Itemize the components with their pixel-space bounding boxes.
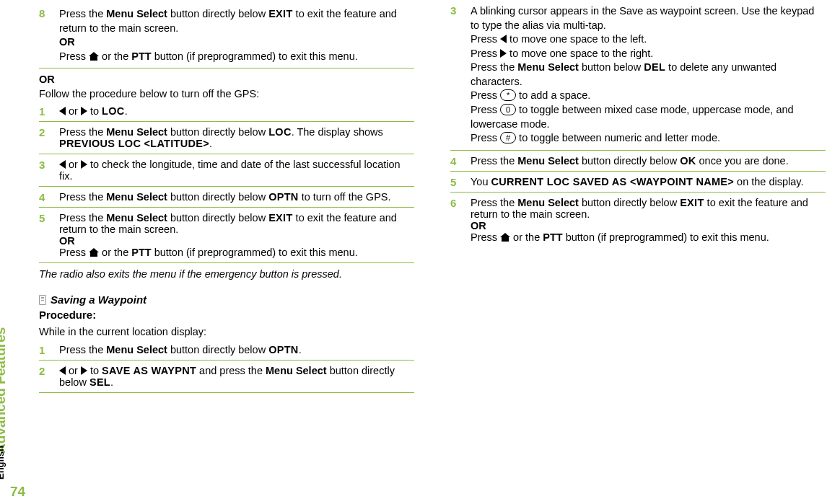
step-8: 8 Press the Menu Select button directly … bbox=[39, 7, 414, 68]
softkey-label: EXIT bbox=[268, 212, 292, 224]
text: once you are done. bbox=[696, 155, 789, 167]
left-arrow-icon bbox=[59, 160, 66, 169]
text: Press the bbox=[59, 344, 106, 355]
step-number: 5 bbox=[39, 212, 45, 224]
text: Follow the procedure below to turn off t… bbox=[39, 88, 259, 100]
or-label: OR bbox=[39, 74, 55, 85]
text: PTT bbox=[131, 247, 151, 258]
subheading: Saving a Waypoint bbox=[39, 293, 414, 306]
softkey-label: SEL bbox=[89, 376, 110, 388]
step-number: 4 bbox=[450, 155, 456, 167]
text: Press bbox=[471, 132, 500, 143]
text: Press bbox=[471, 33, 500, 45]
text: Menu Select bbox=[517, 155, 579, 167]
text: Press bbox=[471, 48, 500, 59]
keycap-star: * bbox=[500, 89, 516, 101]
text: Press the bbox=[471, 61, 517, 73]
text: Press the bbox=[59, 8, 106, 19]
or-label: OR bbox=[59, 36, 75, 48]
text: to move one space to the right. bbox=[507, 48, 653, 59]
softkey-label: OPTN bbox=[268, 344, 298, 355]
softkey-label: LOC bbox=[268, 126, 292, 138]
text: button (if preprogrammed) to exit this m… bbox=[152, 50, 358, 62]
text: Press bbox=[59, 247, 89, 258]
step-number: 8 bbox=[39, 7, 45, 19]
step-r4: 4 Press the Menu Select button directly … bbox=[450, 155, 826, 172]
text: to toggle between mixed case mode, upper… bbox=[471, 104, 794, 130]
text: Menu Select bbox=[106, 344, 167, 355]
text: or the bbox=[99, 247, 131, 258]
text: Press the bbox=[471, 155, 517, 167]
or-label: OR bbox=[471, 220, 486, 231]
step-r3: 3 A blinking cursor appears in the Save … bbox=[450, 4, 826, 151]
step-r6: 6 Press the Menu Select button directly … bbox=[450, 197, 826, 243]
left-arrow-icon bbox=[500, 35, 507, 43]
text: . bbox=[125, 105, 128, 117]
step-4: 4 Press the Menu Select button directly … bbox=[39, 191, 414, 208]
right-arrow-icon bbox=[500, 49, 507, 58]
text: PTT bbox=[543, 231, 562, 243]
text: Press the bbox=[59, 212, 106, 224]
text: button directly below bbox=[167, 126, 268, 138]
text: PTT bbox=[131, 50, 151, 62]
step-number: 3 bbox=[39, 159, 45, 171]
text: button directly below bbox=[579, 155, 680, 167]
step-number: 2 bbox=[39, 365, 45, 377]
text: to add a space. bbox=[516, 89, 590, 101]
text: or bbox=[66, 105, 81, 117]
sidebar: Advanced Features English 74 bbox=[0, 0, 38, 504]
text: button below bbox=[579, 61, 644, 73]
text: Menu Select bbox=[106, 191, 167, 203]
softkey-label: OK bbox=[680, 155, 696, 167]
text: button directly below bbox=[579, 197, 680, 208]
step-3: 3 or to check the longitude, time and da… bbox=[39, 159, 414, 187]
step-number: 6 bbox=[450, 197, 456, 209]
text: to bbox=[87, 105, 102, 117]
document-icon bbox=[39, 295, 46, 305]
text: button (if preprogrammed) to exit this m… bbox=[152, 247, 358, 258]
display-text: CURRENT LOC SAVED AS <WAYPOINT NAME> bbox=[491, 176, 735, 187]
text: to toggle between numeric and letter mod… bbox=[516, 132, 720, 143]
text: Menu Select bbox=[106, 212, 167, 224]
note-text: The radio also exits the menu if the eme… bbox=[39, 268, 414, 282]
text: and press the bbox=[196, 365, 266, 376]
left-arrow-icon bbox=[59, 366, 66, 375]
step-5: 5 Press the Menu Select button directly … bbox=[39, 212, 414, 263]
softkey-label: EXIT bbox=[680, 197, 704, 208]
softkey-label: LOC bbox=[102, 105, 125, 117]
text: or the bbox=[99, 50, 131, 62]
step-number: 3 bbox=[450, 4, 456, 17]
text: . bbox=[299, 344, 302, 355]
keycap-zero: 0 bbox=[500, 104, 516, 115]
text: Press bbox=[471, 89, 500, 101]
heading-text: Saving a Waypoint bbox=[51, 293, 146, 306]
text: Menu Select bbox=[266, 365, 327, 376]
text: Menu Select bbox=[517, 61, 579, 73]
text: or bbox=[66, 365, 81, 376]
softkey-label: EXIT bbox=[268, 8, 292, 19]
step-number: 5 bbox=[450, 176, 456, 188]
text: to check the longitude, time and date of… bbox=[59, 159, 401, 182]
text: to move one space to the left. bbox=[507, 33, 647, 45]
text: to bbox=[87, 365, 102, 376]
step-number: 1 bbox=[39, 344, 45, 356]
display-text: SAVE AS WAYPNT bbox=[102, 365, 196, 376]
page-number: 74 bbox=[10, 484, 25, 500]
text: Press the bbox=[59, 191, 106, 203]
home-icon bbox=[500, 233, 510, 242]
step-r5: 5 You CURRENT LOC SAVED AS <WAYPOINT NAM… bbox=[450, 176, 826, 193]
text: on the display. bbox=[734, 176, 803, 187]
text: or the bbox=[510, 231, 543, 243]
text: button directly below bbox=[167, 191, 268, 203]
keycap-hash: # bbox=[500, 132, 516, 143]
right-arrow-icon bbox=[81, 107, 87, 115]
step-r1: 1 Press the Menu Select button directly … bbox=[39, 344, 414, 361]
text: Press bbox=[471, 104, 500, 115]
section-label: Advanced Features bbox=[0, 327, 9, 454]
text: Menu Select bbox=[106, 126, 167, 138]
right-arrow-icon bbox=[81, 160, 87, 169]
or-block: OR Follow the procedure below to turn of… bbox=[39, 73, 414, 101]
text: Press the bbox=[471, 197, 517, 208]
softkey-label: OPTN bbox=[268, 191, 298, 203]
text: Menu Select bbox=[517, 197, 579, 208]
